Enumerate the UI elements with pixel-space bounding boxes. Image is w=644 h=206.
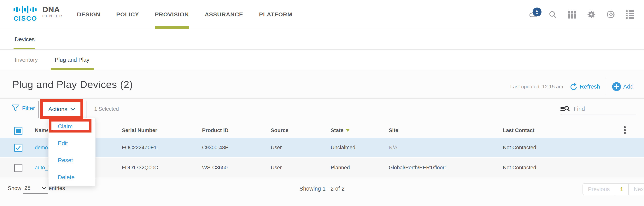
filter-icon [11, 104, 19, 112]
menu-item-edit[interactable]: Edit [48, 135, 95, 152]
serial-cell: FOC2224Z0F1 [122, 138, 157, 157]
toolbar-divider-1 [38, 101, 39, 118]
subtab-bar: Inventory Plug and Play [0, 50, 644, 70]
table-header-row: Name Serial Number Product ID Source Sta… [0, 123, 644, 137]
column-header-source[interactable]: Source [271, 123, 288, 137]
notification-badge[interactable]: 5 [532, 7, 542, 16]
add-icon [612, 82, 621, 91]
gear-icon[interactable] [587, 10, 596, 19]
logo-brand-text: CISCO [14, 15, 37, 22]
tab-devices[interactable]: Devices [15, 29, 34, 49]
site-cell: N/A [389, 138, 398, 157]
actions-label: Actions [48, 106, 67, 112]
devices-tab-bar: Devices [0, 29, 644, 49]
logo-product-text: DNA [42, 5, 63, 14]
page-title: Plug and Play Devices (2) [12, 79, 133, 90]
devices-active-underline [14, 48, 35, 49]
nav-assurance[interactable]: ASSURANCE [204, 0, 243, 29]
title-divider [606, 78, 606, 95]
previous-page-button[interactable]: Previous [583, 184, 615, 195]
menu-item-reset[interactable]: Reset [48, 152, 95, 169]
column-header-last-contact[interactable]: Last Contact [503, 123, 534, 137]
row-checkbox[interactable] [14, 144, 22, 152]
product-id-cell: C9300-48P [202, 138, 228, 157]
last-contact-cell: Not Contacted [503, 138, 536, 157]
add-label: Add [623, 83, 634, 90]
toolbar-divider-2 [86, 101, 86, 118]
selected-count-text: 1 Selected [94, 106, 119, 112]
refresh-label: Refresh [580, 83, 600, 90]
tab-plug-and-play[interactable]: Plug and Play [55, 50, 89, 70]
last-updated-text: Last updated: 12:15 am [510, 84, 563, 90]
source-cell: User [271, 138, 282, 157]
find-input[interactable] [573, 105, 630, 112]
last-contact-cell: Not Contacted [503, 158, 536, 178]
header-icon-group: 5 [529, 0, 635, 29]
cloud-icon[interactable]: 5 [529, 10, 538, 19]
source-cell: User [271, 158, 282, 178]
chevron-down-icon [70, 108, 75, 110]
showing-range-text: Showing 1 - 2 of 2 [0, 186, 644, 192]
column-header-state[interactable]: State [331, 123, 350, 137]
cisco-dna-logo[interactable]: CISCO DNA CENTER [14, 5, 63, 22]
product-id-cell: WS-C3650 [202, 158, 228, 178]
select-all-checkbox[interactable] [14, 127, 22, 135]
refresh-button[interactable]: Refresh [569, 82, 600, 91]
table-row[interactable]: auto_p FDO1732Q00C WS-C3650 User Planned… [0, 158, 644, 178]
row-checkbox[interactable] [14, 164, 22, 172]
sort-desc-icon [346, 129, 350, 132]
nav-policy[interactable]: POLICY [116, 0, 139, 29]
current-page-button[interactable]: 1 [615, 184, 628, 195]
menu-item-claim[interactable]: Claim [48, 118, 95, 135]
next-page-button[interactable]: Next [628, 184, 644, 195]
kebab-icon[interactable] [624, 126, 626, 134]
add-button[interactable]: Add [612, 82, 634, 91]
title-section-divider [0, 98, 644, 99]
find-icon [560, 106, 570, 112]
column-header-site[interactable]: Site [389, 123, 398, 137]
refresh-icon [569, 82, 578, 91]
nav-platform[interactable]: PLATFORM [259, 0, 292, 29]
apps-grid-icon[interactable] [568, 10, 577, 19]
column-header-serial[interactable]: Serial Number [122, 123, 157, 137]
menu-item-delete[interactable]: Delete [48, 169, 95, 186]
dna-center-app: CISCO DNA CENTER DESIGN POLICY PROVISION… [0, 0, 644, 206]
state-cell: Planned [331, 158, 350, 178]
serial-cell: FDO1732Q00C [122, 158, 158, 178]
cisco-bars-icon [14, 5, 37, 14]
table-row[interactable]: demo9 FOC2224Z0F1 C9300-48P User Unclaim… [0, 138, 644, 157]
list-menu-icon[interactable] [626, 10, 635, 19]
site-cell: Global/Perth/PER1/floor1 [389, 158, 447, 178]
actions-dropdown-button[interactable]: Actions [40, 99, 83, 119]
column-header-product-id[interactable]: Product ID [202, 123, 228, 137]
tab-inventory[interactable]: Inventory [15, 50, 38, 70]
logo-product-subtext: CENTER [42, 14, 63, 18]
title-actions: Last updated: 12:15 am Refresh Add [510, 80, 634, 93]
help-icon[interactable] [606, 10, 616, 19]
pagination: Previous 1 Next [582, 183, 644, 195]
plug-and-play-active-underline [51, 68, 94, 70]
filter-button[interactable]: Filter [11, 104, 35, 112]
top-header: CISCO DNA CENTER DESIGN POLICY PROVISION… [0, 0, 644, 29]
find-box [560, 103, 636, 115]
nav-design[interactable]: DESIGN [77, 0, 100, 29]
main-nav: DESIGN POLICY PROVISION ASSURANCE PLATFO… [77, 0, 292, 29]
column-header-name[interactable]: Name [35, 123, 49, 137]
subtab-bar-divider [0, 70, 644, 70]
search-icon[interactable] [548, 10, 557, 19]
nav-provision[interactable]: PROVISION [155, 0, 189, 29]
actions-dropdown-menu: Claim Edit Reset Delete [48, 118, 96, 186]
state-cell: Unclaimed [331, 138, 356, 157]
filter-label: Filter [22, 105, 35, 111]
table-bottom-divider [0, 178, 644, 178]
